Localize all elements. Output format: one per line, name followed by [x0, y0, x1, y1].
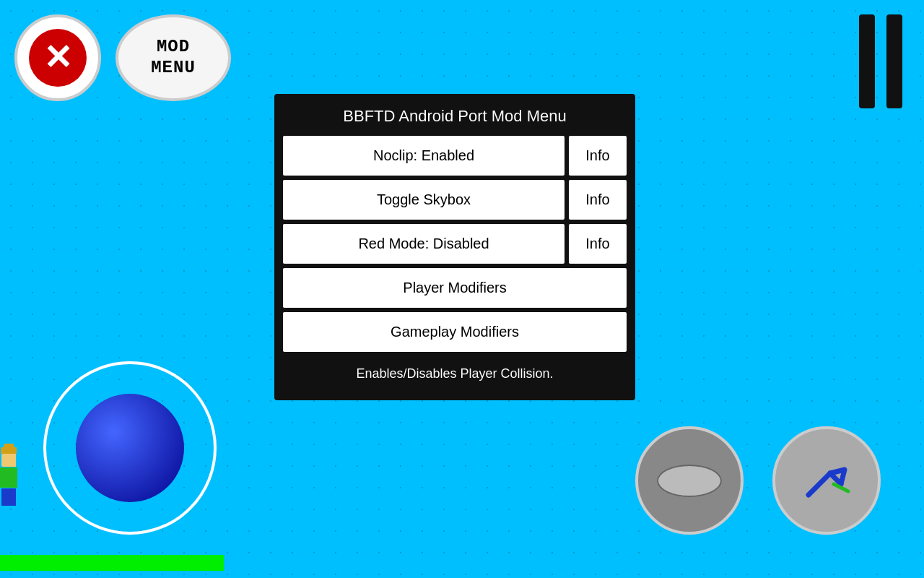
gameplay-modifiers-button[interactable]: Gameplay Modifiers [283, 312, 627, 352]
joystick-circle[interactable] [43, 361, 217, 535]
noclip-info-button[interactable]: Info [569, 136, 627, 176]
modal-description: Enables/Disables Player Collision. [274, 352, 635, 386]
redmode-info-button[interactable]: Info [569, 224, 627, 264]
close-button[interactable]: ✕ [14, 14, 101, 101]
mirror-button[interactable] [635, 426, 744, 535]
pause-bar-right [886, 14, 902, 108]
redmode-button[interactable]: Red Mode: Disabled [283, 224, 565, 264]
player-modifiers-row: Player Modifiers [283, 268, 627, 308]
gameplay-modifiers-row: Gameplay Modifiers [283, 312, 627, 352]
arrow-icon [794, 448, 859, 513]
skybox-info-button[interactable]: Info [569, 180, 627, 220]
pause-bar-left [859, 14, 875, 108]
mod-menu-button[interactable]: MOD MENU [116, 14, 231, 101]
skybox-row: Toggle Skybox Info [283, 180, 627, 220]
skybox-button[interactable]: Toggle Skybox [283, 180, 565, 220]
noclip-button[interactable]: Noclip: Enabled [283, 136, 565, 176]
mod-menu-label: MOD MENU [151, 37, 196, 79]
noclip-row: Noclip: Enabled Info [283, 136, 627, 176]
health-bar [0, 555, 224, 571]
close-icon: ✕ [29, 29, 87, 87]
modal-title: BBFTD Android Port Mod Menu [274, 94, 635, 136]
arrow-button[interactable] [772, 426, 881, 535]
pause-button[interactable] [859, 14, 902, 108]
modal-body: Noclip: Enabled Info Toggle Skybox Info … [274, 136, 635, 352]
redmode-row: Red Mode: Disabled Info [283, 224, 627, 264]
mirror-icon [657, 465, 722, 497]
mod-menu-modal: BBFTD Android Port Mod Menu Noclip: Enab… [274, 94, 635, 400]
player-modifiers-button[interactable]: Player Modifiers [283, 268, 627, 308]
joystick-ball [76, 394, 184, 502]
